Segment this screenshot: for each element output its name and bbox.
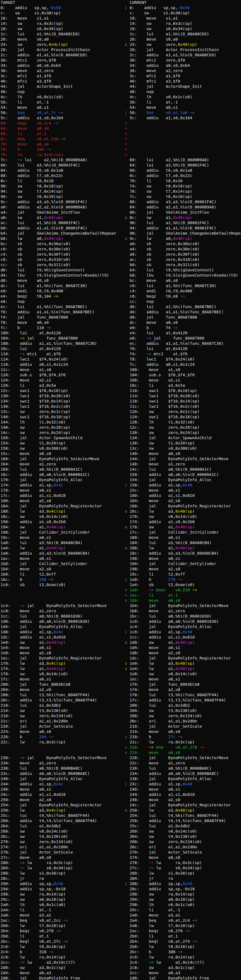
asm-text: b [149,735,168,739]
asm-row: 74: b 284 ~>< [0,147,241,152]
asm-text [125,541,129,545]
asm-row: 60: beqz v0,1c4 ~>< [0,121,241,126]
diff-marker-i: i [125,6,129,10]
asm-row: 29c: sw a0,0x18(sp) 294: sw a0,0x18(sp) [0,897,241,902]
current-line: 2d0: jal DynaPolyInfo_Free [125,975,241,980]
asm-text: addiu [149,698,168,702]
current-line: 12c: sw zero,0x28(sp) [125,425,241,430]
asm-text [125,562,129,566]
current-line: d8: jal func_80A87800 [125,315,241,320]
asm-text: addiu [149,792,168,797]
asm-text: lui [149,541,168,545]
asm-text: lui [149,614,168,618]
asm-text: a1,s1,0x810 [168,635,195,640]
asm-text: 244: [129,792,149,797]
asm-text: 80: [129,200,146,204]
asm-text: t4,%hi(func_80A87F44) [39,813,90,818]
asm-text: t2,0xff [168,572,185,576]
asm-text: lui [18,32,37,36]
target-line: 18c: sw v0,0x14c(s0) [0,514,125,519]
asm-text: addiu [149,473,168,477]
asm-text: a1, [166,215,173,220]
asm-text: zero,0x30a(s0) [37,242,70,246]
asm-text: 2c: [129,53,146,57]
asm-text-r: ~> [46,735,54,739]
asm-text: a1, [39,525,46,529]
asm-text: 12c: [0,388,20,393]
current-line: 68: addiu t6,s0,0x1a8 [125,168,241,173]
asm-text: Collider_SetCylinder [168,562,216,566]
asm-text [125,913,129,917]
asm-text: lw [149,661,168,666]
asm-text: lw [149,955,168,959]
asm-text: 24c: [0,792,20,797]
asm-row: 18: sw s0,0x34(sp) 18: sw s0,0x34(sp) [0,26,241,32]
asm-row: 284: ~> lw s0,0x34(sp) 27c: ~> lw s0,0x3… [0,865,241,871]
asm-text: at,1 [168,934,178,938]
current-line: 22c: move a1,zero [125,760,241,766]
asm-text: a0,s1,0x1c24 [166,362,195,367]
asm-text: func_8003ECA8 [168,682,200,687]
asm-text-g: v0,220 [175,588,190,592]
asm-text: addiu [18,205,37,209]
asm-text-b: 0x50 [183,881,192,886]
current-line: 24c: jal DynaPolyInfo_RegisterActor [125,802,241,808]
asm-row: 80: lui a3,%hi(D_06001F4C) 64: lui a3,%h… [0,162,241,168]
asm-text-g: move [149,750,168,755]
asm-text: sw [149,446,168,450]
asm-text: a1,s0,0x164 [166,116,192,120]
current-line: 2a0: move a3,a1 [125,913,241,918]
asm-text: sw [149,714,168,718]
asm-text [125,923,129,928]
asm-text: a1,s0,0x2b0 [39,520,66,524]
asm-text: b [18,326,37,330]
asm-text: lui [149,693,168,697]
asm-text: beql [20,939,39,943]
asm-row: c0: sb zero,0x30e(s0) a4: sb zero,0x30e(… [0,247,241,252]
asm-text: a3,a1 [39,913,51,917]
header-row: TARGET CURRENT [0,0,241,5]
asm-text: sb [18,262,37,267]
asm-row: 15c: move a0,s0 140: move a0,s0 [0,451,241,456]
asm-row: 48: nop 48: nop [0,89,241,94]
asm-text: jal [20,682,39,687]
asm-text: addiu [20,887,39,891]
asm-text: DynaPolyInfo_SetActorMove [168,457,228,461]
asm-text [125,404,129,409]
asm-text [125,79,129,83]
target-line: 24c: addiu a1,s1,0x810 [0,792,125,797]
asm-text: lui [147,347,166,351]
asm-text: a0,s1 [168,787,180,791]
asm-text: 1c0: [0,582,20,587]
target-line: 5c: addiu a1,s0,0x164 [0,115,125,121]
asm-text: sw [20,425,39,430]
asm-row: 1b0: jal Collider_SetCylinder 194: jal C… [0,561,241,566]
asm-text: v0,0x1c(a0) [39,902,66,907]
asm-text [125,320,129,325]
asm-text: 120: [129,409,149,414]
asm-text: 48: [0,89,18,94]
asm-text: $f16,0x18(sp) [168,415,200,419]
asm-text: 218: [129,735,149,739]
asm-text: at,0x4120 [166,331,187,335]
asm-text: 138: [129,441,149,445]
asm-text: move [149,651,168,655]
asm-text: a1,s1,0x810 [39,792,66,797]
asm-text: a1,%hi(D_06001F4C) [37,221,80,225]
asm-text: 194: [129,562,149,566]
asm-text: a1,s1,0x810 [39,635,66,640]
target-line: 1bc: b 280 ~> [0,577,125,582]
asm-row: 1dc: addiu a1,s1,0x810 1cc: addiu a1,s1,… [0,635,241,640]
asm-text [125,436,129,440]
asm-text-g: ~> [20,960,27,964]
current-line: 2a8: lw t7,0x18(sp) [125,923,241,928]
asm-text: jal [20,530,39,535]
asm-text-b: 0x48 [183,782,192,786]
asm-row: 7c: ~> lui a2,%hi(D_0600B9A8) 60: lui a2… [0,158,241,162]
asm-text [125,242,129,246]
asm-row: 2d0: sw a3,0x1c(sp) 2c8: sw a3,0x1c(sp) [0,965,241,970]
asm-text: beq [20,918,39,923]
asm-text: jal [154,336,173,340]
asm-text: move [18,105,37,110]
current-line: 138: sw t1,0x20(sp) [125,441,241,446]
